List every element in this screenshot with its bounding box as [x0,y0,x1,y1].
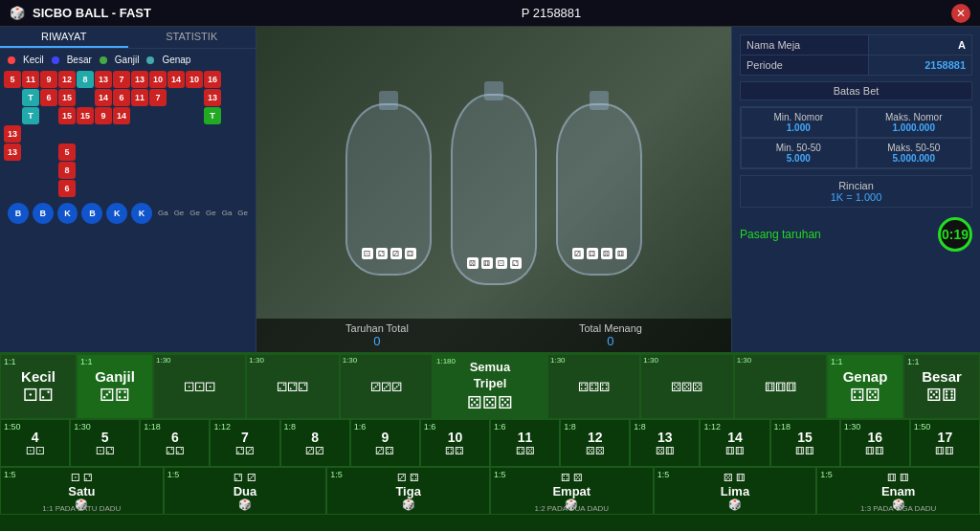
num-4-bet[interactable]: 1:50 4 ⚀⚀ [0,419,70,467]
empat-bet[interactable]: 1:5 ⚃ ⚄ Empat 🎲 1:2 PADA DUA DADU [490,467,654,515]
history-cell [167,180,185,197]
history-cell [222,162,239,179]
num-10-bet[interactable]: 1:6 10 ⚃⚃ [420,419,490,467]
num-16-bet[interactable]: 1:30 16 ⚅⚅ [840,419,910,467]
history-cell [222,180,239,197]
tab-statistik[interactable]: STATISTIK [128,27,256,48]
nama-meja-label: Nama Meja [741,35,869,55]
history-cell [186,144,203,161]
dua-bet[interactable]: 1:5 ⚁ ⚂ Dua 🎲 [164,467,327,515]
num-13-bet[interactable]: 1:8 13 ⚄⚅ [630,419,700,467]
dice-machine-3: ⚂ ⚃ ⚄ ⚅ [556,103,642,276]
history-cell [77,162,94,179]
main-area: RIWAYAT STATISTIK Kecil Besar Ganjil Gen… [0,27,980,352]
dice-dots-3: ⚂ ⚃ ⚄ ⚅ [570,248,628,259]
history-cell [4,107,21,124]
tripel-1-1[interactable]: 1:30 ⚀⚀⚀ [153,354,246,419]
satu-bet[interactable]: 1:5 ⚀ ⚁ Satu 🎲 1:1 PADA SATU DADU [0,467,164,515]
tiga-dice-top: ⚂ ⚃ [397,472,419,484]
history-cell [186,180,203,197]
maks-5050-label: Maks. 50-50 [863,143,966,153]
history-cell [77,125,94,143]
history-cell [77,180,94,197]
bet-row-1: 1:1 Kecil ⚀⚁ 1:1 Ganjil ⚂⚃ 1:30 ⚀⚀⚀ 1:30… [0,354,980,419]
video-feed: ⚀ ⚁ ⚂ ⚃ ⚄ ⚅ ⚀ ⚁ ⚂ [256,27,731,352]
history-cell: 7 [113,71,130,88]
taruhan-total-label: Taruhan Total [345,322,409,334]
num4-dice: ⚀⚀ [26,445,45,457]
die-7: ⚀ [496,257,507,269]
history-cell [240,107,256,124]
num17-dice: ⚅⚅ [935,445,954,457]
timer-value: 0:19 [942,227,969,242]
history-cell [167,125,185,143]
num-14-bet[interactable]: 1:12 14 ⚅⚅ [700,419,769,467]
num-11-bet[interactable]: 1:6 11 ⚃⚄ [490,419,560,467]
history-cell [240,125,256,143]
ganjil-bet[interactable]: 1:1 Ganjil ⚂⚃ [77,354,153,419]
history-cell [131,180,148,197]
ge-label: Ge [172,203,185,224]
num-17-bet[interactable]: 1:50 17 ⚅⚅ [910,419,980,467]
tiga-dice-bot: 🎲 [402,498,415,511]
info-table: Nama Meja A Periode 2158881 [740,34,972,76]
genap-label: Genap [843,368,888,385]
genap-dice-icon: ⚃⚄ [850,385,880,406]
pasang-taruhan-label: Pasang taruhan [740,228,821,241]
pasang-row: Pasang taruhan 0:19 [740,213,972,255]
taruhan-total-value: 0 [345,334,409,348]
num5-dice: ⚀⚁ [96,445,115,457]
kecil-dice-icon: ⚀⚁ [23,385,54,406]
history-cell: 8 [58,162,76,179]
history-cell [95,180,112,197]
kecil-label: Kecil [21,368,56,385]
history-cell [95,144,112,161]
history-cell [131,125,148,143]
history-cell [95,162,112,179]
tiga-label: Tiga [395,484,421,498]
history-cell [40,107,57,124]
tripel-1-3[interactable]: 1:30 ⚂⚂⚂ [340,354,433,419]
tripel-1-4[interactable]: 1:30 ⚃⚃⚃ [547,354,640,419]
history-cell: 14 [95,89,112,106]
t11-dice: ⚀⚀⚀ [184,380,215,394]
history-cell: 13 [204,89,221,106]
dice-logo-icon: 🎲 [10,6,25,20]
besar-ratio: 1:1 [907,357,920,366]
maks-nomor-value: 1.000.000 [863,122,966,133]
besar-bet[interactable]: 1:1 Besar ⚄⚅ [903,354,980,419]
num-9-bet[interactable]: 1:6 9 ⚂⚃ [350,419,420,467]
genap-bet[interactable]: 1:1 Genap ⚃⚄ [827,354,903,419]
num-8-bet[interactable]: 1:8 8 ⚂⚂ [280,419,350,467]
history-cell [22,180,39,197]
enam-bet[interactable]: 1:5 ⚅ ⚅ Enam 🎲 1:3 PADA TIGA DADU [816,467,980,515]
history-cell: 8 [77,71,94,88]
min-nomor-value: 1.000 [747,122,850,133]
empat-sublabel: 1:2 PADA DUA DADU [534,504,609,513]
num-7-bet[interactable]: 1:12 7 ⚁⚂ [210,419,279,467]
tripel-1-2[interactable]: 1:30 ⚁⚁⚁ [246,354,339,419]
badge-K3: K [131,203,152,224]
right-panel: Nama Meja A Periode 2158881 Batas Bet Mi… [731,27,980,352]
tripel-1-6[interactable]: 1:30 ⚅⚅⚅ [734,354,827,419]
dua-dice-bot: 🎲 [238,498,252,511]
semua-tripel-bet[interactable]: 1:180 Semua Tripel ⚄⚄⚄ [433,354,547,419]
history-cell [240,180,256,197]
history-cell [222,89,239,106]
maks-nomor-cell: Maks. Nomor 1.000.000 [857,107,972,138]
batas-bet-header: Batas Bet [740,81,972,100]
close-button[interactable]: ✕ [951,4,970,23]
history-cell [40,180,57,197]
num-5-bet[interactable]: 1:30 5 ⚀⚁ [70,419,140,467]
empat-label: Empat [552,484,590,498]
num-6-bet[interactable]: 1:18 6 ⚁⚁ [140,419,210,467]
rincian-box: Rincian 1K = 1.000 [740,175,972,208]
num-12-bet[interactable]: 1:8 12 ⚄⚄ [560,419,630,467]
tripel-1-5[interactable]: 1:30 ⚄⚄⚄ [640,354,733,419]
lima-bet[interactable]: 1:5 ⚄ ⚅ Lima 🎲 [654,467,817,515]
tab-riwayat[interactable]: RIWAYAT [0,27,128,48]
tiga-bet[interactable]: 1:5 ⚂ ⚃ Tiga 🎲 [326,467,490,515]
history-cells: 5 11 9 12 8 13 7 13 10 14 10 16 T 6 15 [4,71,252,197]
kecil-bet[interactable]: 1:1 Kecil ⚀⚁ [0,354,77,419]
num-15-bet[interactable]: 1:18 15 ⚅⚅ [770,419,840,467]
